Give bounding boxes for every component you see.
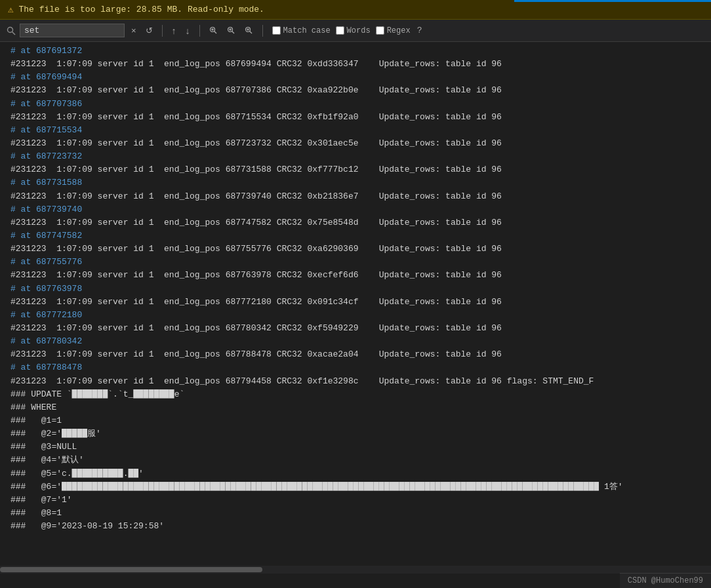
code-line: # at 687739740 — [0, 203, 711, 216]
code-line: #231223 1:07:09 server id 1 end_log_pos … — [0, 269, 711, 282]
code-line: ### @6='████████████████████████████████… — [0, 480, 711, 494]
code-line: # at 687699494 — [0, 71, 711, 84]
search-close-button[interactable]: × — [129, 24, 139, 37]
find-all-button-1[interactable] — [207, 25, 220, 36]
search-input[interactable] — [20, 24, 125, 37]
svg-line-11 — [249, 31, 252, 34]
code-line: #231223 1:07:09 server id 1 end_log_pos … — [0, 375, 711, 388]
search-prev-button[interactable]: ↑ — [169, 24, 179, 37]
svg-line-1 — [12, 31, 16, 35]
code-line: # at 687691372 — [0, 45, 711, 58]
regex-label: Regex — [387, 26, 411, 35]
search-separator-2 — [199, 25, 200, 37]
horizontal-scrollbar[interactable] — [0, 566, 711, 574]
search-bar: × ↺ ↑ ↓ Match case — [0, 20, 711, 42]
search-refresh-button[interactable]: ↺ — [143, 24, 155, 37]
code-line: ### @9='2023-08-19 15:29:58' — [0, 520, 711, 533]
code-line: # at 687755776 — [0, 256, 711, 269]
code-line: ### WHERE — [0, 401, 711, 414]
credit-text: CSDN @HumoChen99 — [628, 576, 703, 585]
code-line: #231223 1:07:09 server id 1 end_log_pos … — [0, 216, 711, 229]
top-progress-bar — [514, 0, 711, 2]
code-line: #231223 1:07:09 server id 1 end_log_pos … — [0, 348, 711, 361]
code-line: # at 687763978 — [0, 283, 711, 296]
match-case-option[interactable]: Match case — [272, 26, 331, 35]
code-line: ### @7='1' — [0, 494, 711, 507]
code-line: # at 687715534 — [0, 124, 711, 137]
code-line: # at 687731588 — [0, 176, 711, 189]
code-content: # at 687691372#231223 1:07:09 server id … — [0, 42, 711, 583]
regex-option[interactable]: Regex — [376, 26, 411, 35]
code-line: ### UPDATE `███████`.`t_████████e` — [0, 388, 711, 401]
code-line: # at 687772180 — [0, 309, 711, 322]
code-line: ### @3=NULL — [0, 441, 711, 454]
code-line: ### @1=1 — [0, 414, 711, 427]
search-options: Match case Words Regex — [272, 26, 411, 35]
svg-point-0 — [8, 27, 13, 32]
warning-icon: ⚠ — [8, 4, 13, 15]
horizontal-scrollbar-thumb[interactable] — [0, 567, 262, 572]
search-icon — [7, 26, 16, 35]
search-separator-1 — [162, 25, 163, 37]
code-line: ### @8=1 — [0, 507, 711, 520]
match-case-checkbox[interactable] — [272, 26, 281, 35]
code-line: # at 687707386 — [0, 98, 711, 111]
code-line: # at 687788478 — [0, 361, 711, 374]
code-line: #231223 1:07:09 server id 1 end_log_pos … — [0, 137, 711, 150]
bottom-credit-bar: CSDN @HumoChen99 — [620, 573, 711, 588]
code-line: #231223 1:07:09 server id 1 end_log_pos … — [0, 322, 711, 335]
code-line: ### @5='c.██████████.██' — [0, 467, 711, 480]
warning-bar: ⚠ The file is too large: 28.85 MB. Read-… — [0, 0, 711, 20]
svg-line-3 — [214, 31, 216, 34]
code-line: ### @4='默认' — [0, 454, 711, 467]
find-all-button-3[interactable] — [242, 25, 256, 36]
search-separator-3 — [262, 25, 263, 37]
match-case-label: Match case — [283, 26, 331, 35]
words-checkbox[interactable] — [336, 26, 344, 35]
search-help-button[interactable]: ? — [417, 26, 422, 35]
code-line: # at 687747582 — [0, 229, 711, 243]
code-line: #231223 1:07:09 server id 1 end_log_pos … — [0, 296, 711, 309]
words-label: Words — [347, 26, 371, 35]
code-line: #231223 1:07:09 server id 1 end_log_pos … — [0, 190, 711, 203]
search-next-button[interactable]: ↓ — [183, 24, 193, 37]
code-line: # at 687780342 — [0, 335, 711, 348]
regex-checkbox[interactable] — [376, 26, 384, 35]
warning-text: The file is too large: 28.85 MB. Read-on… — [18, 5, 264, 14]
code-line: #231223 1:07:09 server id 1 end_log_pos … — [0, 163, 711, 176]
code-line: #231223 1:07:09 server id 1 end_log_pos … — [0, 58, 711, 71]
code-line: ### @2='█████服' — [0, 427, 711, 441]
find-all-button-2[interactable] — [224, 25, 238, 36]
code-line: #231223 1:07:09 server id 1 end_log_pos … — [0, 243, 711, 256]
code-line: #231223 1:07:09 server id 1 end_log_pos … — [0, 84, 711, 97]
code-line: # at 687723732 — [0, 150, 711, 163]
svg-line-7 — [232, 31, 234, 34]
code-line: #231223 1:07:09 server id 1 end_log_pos … — [0, 111, 711, 124]
words-option[interactable]: Words — [336, 26, 371, 35]
